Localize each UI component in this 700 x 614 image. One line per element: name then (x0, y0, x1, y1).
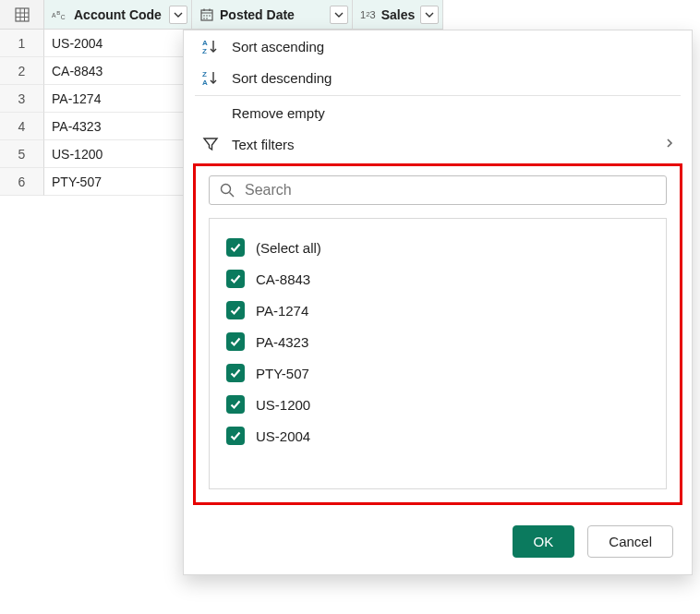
chevron-down-icon (174, 10, 183, 19)
row-number: 3 (0, 85, 44, 113)
column-label: Sales (381, 7, 416, 22)
filter-value-label: PA-1274 (256, 303, 308, 319)
svg-text:C: C (61, 13, 66, 19)
filter-value-item[interactable]: US-2004 (223, 420, 653, 451)
filter-search-input[interactable] (245, 182, 657, 199)
table-icon (15, 7, 30, 22)
filter-value-item[interactable]: PA-4323 (223, 326, 653, 357)
svg-point-15 (203, 18, 205, 19)
sort-descending-item[interactable]: Z A Sort descending (184, 62, 692, 93)
cell-account-code[interactable]: PA-1274 (44, 85, 192, 113)
filter-value-label: PTY-507 (256, 366, 309, 381)
sort-desc-icon: Z A (200, 69, 221, 86)
chevron-down-icon (334, 10, 344, 19)
checkbox-checked-icon[interactable] (226, 364, 245, 382)
checkbox-checked-icon[interactable] (226, 301, 245, 319)
table-corner-cell[interactable] (0, 0, 44, 30)
checkbox-checked-icon[interactable] (226, 332, 245, 351)
svg-text:Z: Z (202, 47, 207, 54)
svg-text:A: A (202, 39, 208, 47)
checkbox-checked-icon[interactable] (226, 395, 245, 414)
filter-value-item[interactable]: PTY-507 (223, 357, 653, 389)
menu-item-label: Sort ascending (232, 39, 324, 54)
cell-account-code[interactable]: PTY-507 (44, 168, 192, 196)
svg-point-14 (209, 15, 211, 17)
checkbox-checked-icon[interactable] (226, 427, 245, 445)
chevron-down-icon (425, 10, 434, 19)
filter-search-box[interactable] (209, 175, 667, 205)
remove-empty-item[interactable]: Remove empty (184, 98, 692, 128)
column-filter-dropdown[interactable] (169, 6, 187, 24)
svg-point-16 (206, 18, 208, 19)
filter-value-item[interactable]: PA-1274 (223, 295, 653, 326)
svg-point-12 (203, 15, 205, 17)
filter-value-item[interactable]: CA-8843 (223, 263, 653, 295)
menu-item-label: Sort descending (232, 70, 332, 86)
row-number: 1 (0, 30, 44, 57)
column-label: Posted Date (220, 7, 295, 22)
cell-account-code[interactable]: PA-4323 (44, 113, 192, 140)
svg-point-23 (222, 185, 231, 194)
column-filter-panel: A Z Sort ascending Z A Sort descending R… (183, 30, 693, 575)
svg-text:A: A (202, 78, 208, 86)
filter-value-label: (Select all) (256, 240, 321, 256)
checkbox-checked-icon[interactable] (226, 270, 245, 288)
filter-value-label: PA-4323 (256, 334, 308, 350)
row-number: 4 (0, 113, 44, 140)
column-filter-dropdown[interactable] (330, 6, 348, 24)
column-label: Account Code (74, 7, 162, 22)
row-number: 5 (0, 140, 44, 168)
checkbox-checked-icon[interactable] (226, 238, 245, 257)
filter-value-label: CA-8843 (256, 271, 310, 287)
menu-item-label: Text filters (232, 137, 295, 152)
filter-values-list: (Select all)CA-8843PA-1274PA-4323PTY-507… (209, 218, 667, 489)
table-header-row: A B C Account Code P (0, 0, 700, 30)
filter-value-label: US-2004 (256, 428, 310, 444)
filter-value-item[interactable]: (Select all) (223, 232, 653, 263)
column-header-sales[interactable]: 123 Sales (353, 0, 443, 30)
cell-account-code[interactable]: US-2004 (44, 30, 192, 57)
svg-rect-0 (16, 8, 29, 21)
svg-text:A: A (52, 12, 56, 18)
row-number: 2 (0, 57, 44, 85)
ok-button[interactable]: OK (513, 525, 575, 558)
menu-item-label: Remove empty (232, 105, 325, 121)
column-filter-dropdown[interactable] (420, 6, 439, 24)
menu-separator (195, 95, 681, 96)
sort-asc-icon: A Z (200, 38, 221, 54)
number-type-icon: 123 (360, 9, 376, 20)
svg-point-13 (206, 15, 208, 17)
cell-account-code[interactable]: US-1200 (44, 140, 192, 168)
chevron-right-icon (664, 137, 675, 151)
column-header-account-code[interactable]: A B C Account Code (44, 0, 192, 30)
filter-values-highlight: (Select all)CA-8843PA-1274PA-4323PTY-507… (193, 163, 682, 505)
search-icon (219, 182, 235, 199)
svg-text:Z: Z (202, 70, 207, 78)
cancel-button[interactable]: Cancel (587, 525, 673, 558)
column-header-posted-date[interactable]: Posted Date (192, 0, 353, 30)
funnel-icon (200, 136, 221, 152)
svg-line-24 (230, 193, 235, 198)
cell-account-code[interactable]: CA-8843 (44, 57, 192, 85)
svg-text:B: B (56, 10, 60, 16)
filter-value-label: US-1200 (256, 397, 310, 413)
sort-ascending-item[interactable]: A Z Sort ascending (184, 30, 692, 62)
text-type-icon: A B C (52, 8, 68, 21)
filter-value-item[interactable]: US-1200 (223, 389, 653, 420)
text-filters-item[interactable]: Text filters (184, 128, 692, 160)
dialog-buttons: OK Cancel (184, 514, 692, 574)
date-type-icon (199, 7, 214, 22)
row-number: 6 (0, 168, 44, 196)
